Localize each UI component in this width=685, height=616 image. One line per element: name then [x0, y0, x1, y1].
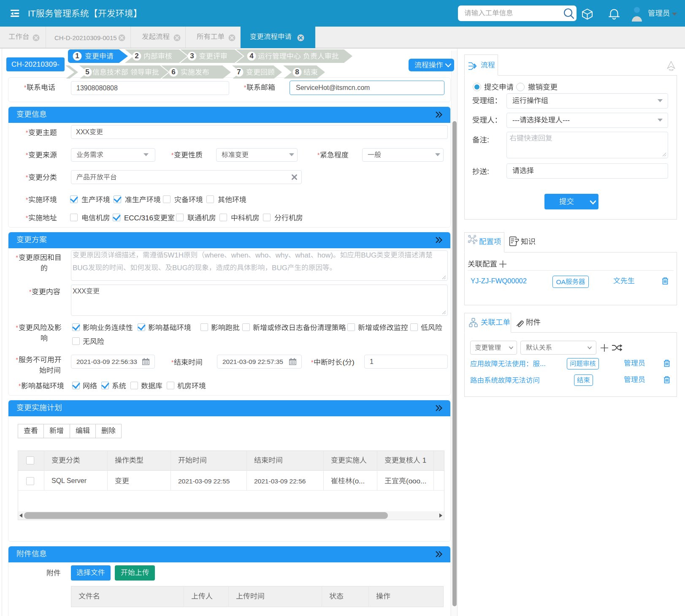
svg-text:TCP: TCP: [669, 69, 674, 71]
